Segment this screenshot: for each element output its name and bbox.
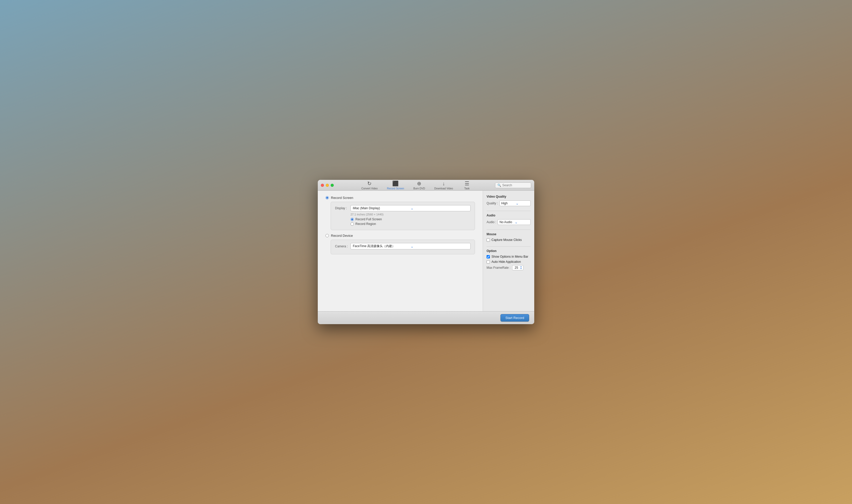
framerate-decrement-button[interactable]: ▼ bbox=[520, 268, 522, 270]
show-options-checkbox[interactable] bbox=[487, 255, 490, 258]
mouse-section: Mouse Capture Mouse Clicks bbox=[487, 232, 531, 242]
download-video-label: Download Video bbox=[434, 187, 453, 190]
record-screen-label: Record Screen bbox=[331, 196, 353, 200]
auto-hide-checkbox[interactable] bbox=[487, 260, 490, 264]
record-screen-radio[interactable] bbox=[326, 196, 329, 199]
quality-select[interactable]: High ⌄ bbox=[500, 200, 531, 206]
framerate-stepper-buttons: ▲ ▼ bbox=[520, 266, 522, 270]
display-label: Display : bbox=[335, 206, 350, 210]
toolbar-item-task[interactable]: ☰Task bbox=[458, 180, 476, 191]
record-region-label: Record Region bbox=[356, 222, 376, 226]
burn-dvd-label: Burn DVD bbox=[413, 187, 425, 190]
display-subtitle: 27.1 inches (2560 × 1440) bbox=[350, 213, 471, 216]
titlebar: ↻Convert Video⬛Record Screen⊕Burn DVD↓Do… bbox=[318, 180, 534, 191]
record-device-radio[interactable] bbox=[326, 234, 329, 237]
divider-3 bbox=[487, 246, 531, 247]
framerate-stepper[interactable]: 25 ▲ ▼ bbox=[512, 265, 523, 270]
quality-arrow-icon: ⌄ bbox=[516, 201, 529, 205]
quality-value: High bbox=[501, 201, 515, 205]
show-options-label: Show Options in Menu Bar bbox=[491, 255, 528, 258]
audio-label: Audio : bbox=[487, 220, 496, 224]
option-title: Option bbox=[487, 249, 531, 253]
record-region-row: Record Region bbox=[350, 222, 471, 226]
video-quality-title: Video Quality bbox=[487, 195, 531, 198]
record-device-body: Camera : FaceTime 高清摄像头（内建） ⌄ bbox=[331, 240, 475, 254]
record-screen-label: Record Screen bbox=[387, 187, 404, 190]
camera-label: Camera : bbox=[335, 245, 350, 248]
maximize-button[interactable] bbox=[331, 184, 334, 187]
search-icon: 🔍 bbox=[497, 183, 501, 187]
auto-hide-label: Auto Hide Application bbox=[491, 260, 521, 264]
quality-row: Quality : High ⌄ bbox=[487, 200, 531, 206]
framerate-value: 25 bbox=[513, 266, 520, 270]
capture-mouse-label: Capture Mouse Clicks bbox=[491, 238, 522, 242]
show-options-row: Show Options in Menu Bar bbox=[487, 255, 531, 258]
display-select[interactable]: iMac (Main Display) ⌄ bbox=[350, 205, 471, 211]
convert-video-icon: ↻ bbox=[367, 180, 371, 186]
camera-select[interactable]: FaceTime 高清摄像头（内建） ⌄ bbox=[350, 243, 471, 249]
sidebar: Video Quality Quality : High ⌄ Audio Aud… bbox=[483, 191, 534, 311]
video-quality-section: Video Quality Quality : High ⌄ bbox=[487, 195, 531, 206]
search-input[interactable] bbox=[502, 183, 529, 187]
task-icon: ☰ bbox=[465, 180, 469, 186]
display-row: Display : iMac (Main Display) ⌄ bbox=[335, 205, 471, 211]
content-area: Record Screen Display : iMac (Main Displ… bbox=[318, 191, 483, 311]
close-button[interactable] bbox=[321, 184, 324, 187]
capture-mouse-row: Capture Mouse Clicks bbox=[487, 238, 531, 242]
audio-row: Audio : No Audio ⌄ bbox=[487, 219, 531, 225]
capture-mouse-checkbox[interactable] bbox=[487, 238, 490, 242]
record-full-screen-radio[interactable] bbox=[350, 218, 354, 221]
camera-value: FaceTime 高清摄像头（内建） bbox=[353, 244, 411, 248]
record-full-screen-row: Record Full Screen bbox=[350, 217, 471, 221]
download-video-icon: ↓ bbox=[442, 181, 445, 186]
auto-hide-row: Auto Hide Application bbox=[487, 260, 531, 264]
framerate-label: Max FrameRate : bbox=[487, 266, 510, 270]
audio-arrow-icon: ⌄ bbox=[515, 220, 529, 224]
record-device-header: Record Device bbox=[326, 234, 475, 238]
record-full-screen-label: Record Full Screen bbox=[356, 217, 382, 221]
option-section: Option Show Options in Menu Bar Auto Hid… bbox=[487, 249, 531, 270]
display-value: iMac (Main Display) bbox=[353, 206, 411, 210]
audio-section: Audio Audio : No Audio ⌄ bbox=[487, 214, 531, 225]
mouse-title: Mouse bbox=[487, 232, 531, 236]
display-arrow-icon: ⌄ bbox=[411, 206, 468, 210]
start-record-button[interactable]: Start Record bbox=[501, 314, 529, 322]
divider-2 bbox=[487, 230, 531, 230]
main-area: Record Screen Display : iMac (Main Displ… bbox=[318, 191, 534, 311]
toolbar: ↻Convert Video⬛Record Screen⊕Burn DVD↓Do… bbox=[338, 180, 495, 191]
record-screen-icon: ⬛ bbox=[392, 180, 399, 186]
record-device-label: Record Device bbox=[331, 234, 353, 238]
camera-row: Camera : FaceTime 高清摄像头（内建） ⌄ bbox=[335, 243, 471, 249]
record-screen-body: Display : iMac (Main Display) ⌄ 27.1 inc… bbox=[331, 202, 475, 230]
toolbar-item-record-screen[interactable]: ⬛Record Screen bbox=[382, 180, 409, 191]
toolbar-item-burn-dvd[interactable]: ⊕Burn DVD bbox=[409, 180, 430, 191]
toolbar-item-download-video[interactable]: ↓Download Video bbox=[430, 180, 458, 191]
quality-label: Quality : bbox=[487, 201, 498, 205]
framerate-row: Max FrameRate : 25 ▲ ▼ bbox=[487, 265, 531, 270]
record-device-option: Record Device Camera : FaceTime 高清摄像头（内建… bbox=[326, 234, 475, 254]
traffic-lights bbox=[321, 184, 334, 187]
burn-dvd-icon: ⊕ bbox=[417, 180, 421, 186]
toolbar-item-convert-video[interactable]: ↻Convert Video bbox=[357, 180, 382, 191]
audio-title: Audio bbox=[487, 214, 531, 217]
search-box[interactable]: 🔍 bbox=[495, 182, 531, 188]
bottom-bar: Start Record bbox=[318, 311, 534, 324]
record-screen-option: Record Screen Display : iMac (Main Displ… bbox=[326, 196, 475, 230]
audio-select[interactable]: No Audio ⌄ bbox=[497, 219, 531, 225]
camera-arrow-icon: ⌄ bbox=[411, 244, 468, 248]
record-screen-header: Record Screen bbox=[326, 196, 475, 200]
minimize-button[interactable] bbox=[326, 184, 329, 187]
convert-video-label: Convert Video bbox=[361, 187, 378, 190]
audio-value: No Audio bbox=[500, 220, 514, 224]
app-window: ↻Convert Video⬛Record Screen⊕Burn DVD↓Do… bbox=[318, 180, 534, 324]
record-region-radio[interactable] bbox=[350, 222, 354, 226]
task-label: Task bbox=[465, 187, 470, 190]
